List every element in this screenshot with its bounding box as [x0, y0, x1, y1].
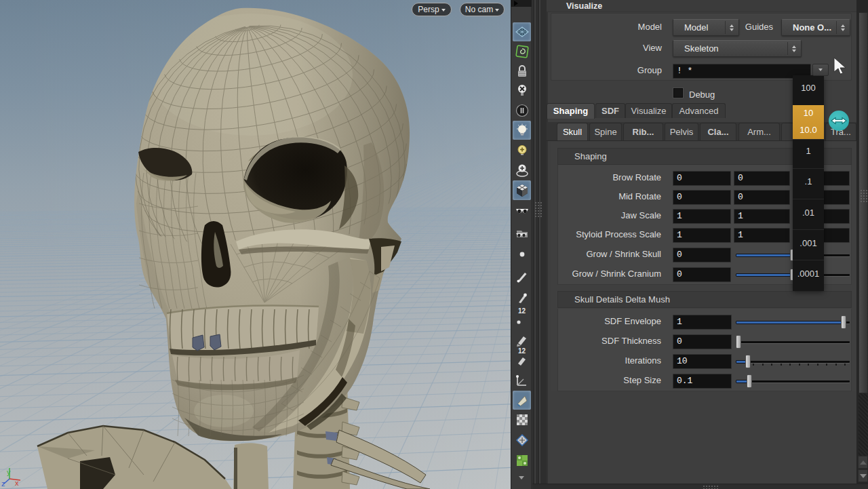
svg-text:y: y — [7, 468, 11, 476]
svg-text:z: z — [1, 480, 5, 488]
svg-text:x: x — [15, 479, 19, 487]
